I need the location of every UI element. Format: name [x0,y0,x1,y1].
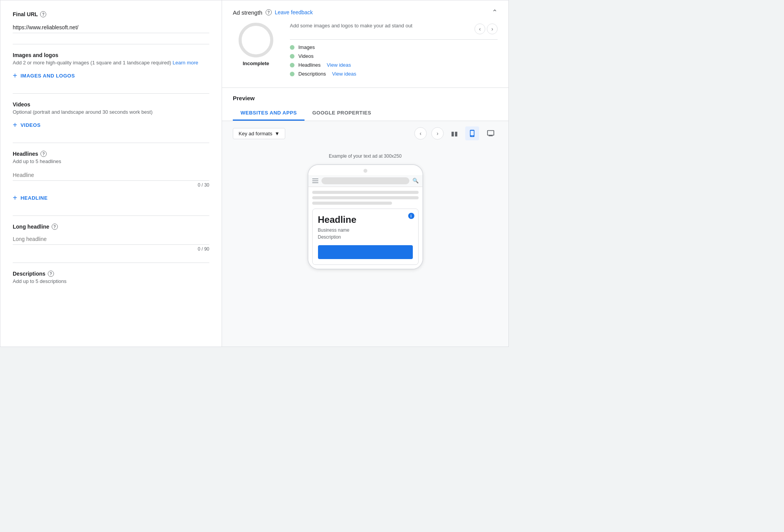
headline-char-count: 0 / 30 [13,182,209,188]
dot-headlines [290,63,294,67]
preview-header: Preview WEBSITES AND APPS GOOGLE PROPERT… [222,88,508,121]
strength-tip: Add some images and logos to make your a… [290,23,412,29]
strength-item-descriptions: Descriptions View ideas [290,71,498,77]
desktop-device-icon[interactable] [484,126,498,140]
strength-prev-arrow[interactable]: ‹ [474,24,485,34]
ad-strength-body: Incomplete Add some images and logos to … [233,23,498,80]
divider-4 [13,215,209,216]
descriptions-help-icon[interactable]: ? [48,271,54,277]
preview-title: Preview [233,95,498,101]
images-learn-more-link[interactable]: Learn more [173,60,198,66]
strength-label: Incomplete [243,61,269,66]
long-headline-char-count: 0 / 90 [13,246,209,252]
ad-cta-button [318,245,413,259]
divider-1 [13,44,209,44]
chevron-down-icon: ▼ [274,131,279,136]
ad-strength-header: Ad strength ? Leave feedback ⌃ [233,8,498,17]
leave-feedback-link[interactable]: Leave feedback [275,9,313,15]
descriptions-group: Descriptions ? Add up to 5 descriptions [13,271,209,284]
plus-icon: + [13,72,17,79]
preview-tabs: WEBSITES AND APPS GOOGLE PROPERTIES [233,106,498,121]
add-headline-button[interactable]: + HEADLINE [13,191,48,205]
images-logos-group: Images and logos Add 2 or more high-qual… [13,52,209,82]
right-panel: Ad strength ? Leave feedback ⌃ Incomplet… [222,0,508,347]
ad-strength-help-icon[interactable]: ? [266,9,272,15]
ad-preview-business: Business name [318,227,413,233]
browser-url-bar [321,177,409,184]
phone-top [308,165,422,175]
browser-bar: 🔍 [308,175,422,187]
strength-circle-wrap: Incomplete [233,23,279,80]
ad-preview-description: Description [318,234,413,240]
ad-strength-section: Ad strength ? Leave feedback ⌃ Incomplet… [222,0,508,88]
descriptions-sublabel: Add up to 5 descriptions [13,278,209,284]
images-logos-label: Images and logos [13,52,209,58]
strength-nav: ‹ › [474,24,498,34]
descriptions-view-ideas-link[interactable]: View ideas [332,71,357,77]
dot-videos [290,54,294,59]
browser-menu-icon [312,178,318,183]
tab-google-properties[interactable]: GOOGLE PROPERTIES [305,106,379,121]
divider-5 [13,263,209,263]
long-headline-group: Long headline ? 0 / 90 [13,224,209,252]
long-headline-help-icon[interactable]: ? [52,224,58,230]
strength-next-arrow[interactable]: › [487,24,498,34]
dot-images [290,45,294,50]
plus-icon-videos: + [13,121,17,129]
browser-content: i Headline Business name Description [308,187,422,269]
preview-next-arrow[interactable]: › [431,127,444,140]
divider-2 [13,93,209,94]
strength-tip-row: Add some images and logos to make your a… [290,23,498,35]
long-headline-label: Long headline ? [13,224,209,230]
preview-toolbar: Key ad formats ▼ ‹ › ▮▮ [222,121,508,146]
headlines-view-ideas-link[interactable]: View ideas [327,62,351,68]
dot-descriptions [290,72,294,76]
long-headline-input[interactable] [13,234,209,245]
tab-websites-apps[interactable]: WEBSITES AND APPS [233,106,305,121]
strength-item-headlines: Headlines View ideas [290,62,498,68]
plus-icon-headline: + [13,194,17,202]
preview-prev-arrow[interactable]: ‹ [414,127,427,140]
descriptions-label: Descriptions ? [13,271,209,277]
left-panel: Final URL ? Images and logos Add 2 or mo… [0,0,222,347]
phone-frame: 🔍 i Headline Business name Descriptio [308,164,423,269]
videos-sublabel: Optional (portrait and landscape around … [13,109,209,115]
videos-label: Videos [13,101,209,108]
ad-strength-title: Ad strength ? Leave feedback [233,9,313,16]
headlines-label: Headlines ? [13,151,209,157]
pause-button[interactable]: ▮▮ [448,127,461,140]
collapse-icon[interactable]: ⌃ [492,8,498,17]
strength-divider [290,39,498,40]
strength-circle [239,23,273,57]
divider-3 [13,143,209,143]
headlines-help-icon[interactable]: ? [40,151,47,157]
final-url-group: Final URL ? [13,11,209,33]
browser-search-icon: 🔍 [412,178,419,184]
preview-hint: Example of your text ad at 300x250 [329,153,402,159]
final-url-label: Final URL ? [13,11,209,17]
phone-camera [363,169,367,173]
mobile-device-icon[interactable] [465,126,479,140]
strength-item-videos: Videos [290,53,498,59]
add-images-button[interactable]: + IMAGES AND LOGOS [13,69,75,82]
images-logos-sublabel: Add 2 or more high-quality images (1 squ… [13,60,209,66]
ad-info-icon: i [408,213,414,219]
final-url-input[interactable] [13,22,209,33]
ad-formats-button[interactable]: Key ad formats ▼ [233,128,285,139]
videos-group: Videos Optional (portrait and landscape … [13,101,209,132]
headlines-sublabel: Add up to 5 headlines [13,158,209,164]
ad-card: i Headline Business name Description [312,209,419,265]
add-videos-button[interactable]: + VIDEOS [13,118,40,132]
content-lines [312,191,419,205]
final-url-help-icon[interactable]: ? [40,11,46,17]
headlines-group: Headlines ? Add up to 5 headlines 0 / 30… [13,151,209,205]
headline-input[interactable] [13,170,209,181]
strength-item-images: Images [290,44,498,50]
ad-preview-headline: Headline [318,214,413,225]
phone-preview-area: Example of your text ad at 300x250 🔍 [222,146,508,277]
preview-section: Preview WEBSITES AND APPS GOOGLE PROPERT… [222,88,508,347]
strength-details: Add some images and logos to make your a… [290,23,498,80]
